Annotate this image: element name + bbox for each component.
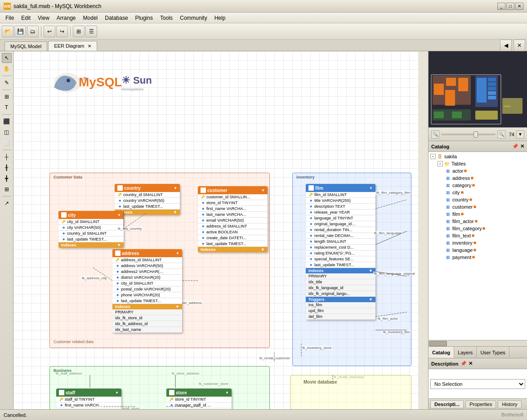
view-tool[interactable]: ◫ (2, 127, 12, 137)
close-button[interactable]: ✕ (515, 3, 523, 10)
minimize-button[interactable]: _ (497, 3, 505, 10)
table-payment-item[interactable]: ▦ payment (429, 254, 527, 261)
staff-collapse-icon[interactable]: ▼ (115, 391, 119, 395)
zoom-thumb[interactable] (473, 131, 478, 138)
table-inventory-item[interactable]: ▦ inventory (429, 239, 527, 246)
relation-n-n-tool[interactable]: ╋ (2, 174, 12, 183)
tab-nav-left[interactable]: ◀ (500, 40, 512, 51)
table-city-item[interactable]: ▦ city (429, 189, 527, 196)
group-tool[interactable]: ⬜ (2, 138, 12, 148)
catalog-close-button[interactable]: ✕ (520, 143, 524, 149)
db-icon: 🗄 (437, 153, 443, 160)
open-button[interactable]: 📂 (2, 26, 13, 37)
menu-edit[interactable]: Edit (18, 14, 34, 22)
table-film-item[interactable]: ▦ film (429, 210, 527, 218)
menu-arrange[interactable]: Arrange (53, 14, 80, 22)
minimap-content: sakila (429, 51, 527, 127)
store-table[interactable]: ▦ store ▼ 🔑 store_id TINYINT ◆ manager_s… (166, 389, 232, 409)
catalog-hscroll[interactable] (429, 340, 527, 346)
select-tool-button[interactable]: ⊞ (73, 26, 85, 37)
redo-button[interactable]: ↪ (56, 26, 68, 37)
hand-pan-tool[interactable]: ✋ (2, 64, 12, 74)
svg-rect-28 (458, 78, 468, 91)
svg-point-1 (67, 79, 70, 82)
store-collapse-icon[interactable]: ▼ (225, 391, 229, 395)
table-address-item[interactable]: ▦ address (429, 174, 527, 182)
db-sakila-expand[interactable]: − (430, 154, 436, 159)
canvas-scroll[interactable]: MySQL ® ☀ Sun microsystems Customer Data… (13, 51, 428, 409)
undo-button[interactable]: ↩ (44, 26, 55, 37)
table-film-category-item[interactable]: ▦ film_category (429, 225, 527, 232)
table-film-text-item[interactable]: ▦ film_text (429, 232, 527, 239)
menu-view[interactable]: View (34, 14, 53, 22)
menubar: File Edit View Arrange Model Database Pl… (0, 13, 527, 23)
description-select[interactable]: No Selection (430, 379, 525, 389)
tab-mysql-model[interactable]: MySQL Model (4, 41, 47, 51)
country-collapse-icon[interactable]: ▼ (174, 186, 177, 190)
film-field-year: ◆ release_year YEAR (306, 210, 375, 215)
city-collapse-icon[interactable]: ▼ (117, 213, 121, 217)
relation-non-id-tool[interactable]: ⊞ (2, 184, 12, 194)
catalog-pin-button[interactable]: 📌 (512, 143, 518, 149)
catalog-tab-layers[interactable]: Layers (454, 347, 477, 358)
table-film-actor-item[interactable]: ▦ film_actor (429, 218, 527, 225)
save-all-button[interactable]: 🗂 (27, 26, 39, 37)
relation-1-1-tool[interactable]: ┼ (2, 152, 12, 162)
connect-tool[interactable]: ↗ (2, 198, 12, 208)
customer-group-label: Customer Data (54, 175, 82, 179)
catalog-tab-user-types[interactable]: User Types (477, 347, 509, 358)
tab-eer-diagram[interactable]: EER Diagram ✕ (48, 41, 97, 51)
menu-database[interactable]: Database (101, 14, 131, 22)
menu-model[interactable]: Model (80, 14, 102, 22)
table-category-item[interactable]: ▦ category (429, 182, 527, 189)
maximize-button[interactable]: □ (506, 3, 514, 10)
minimap[interactable]: sakila (429, 51, 527, 128)
tab-bar: MySQL Model EER Diagram ✕ ◀ ✕ (0, 40, 527, 51)
text-tool[interactable]: T (2, 103, 12, 112)
hand-tool-button[interactable]: ☰ (85, 26, 97, 37)
table-actor-item[interactable]: ▦ actor (429, 167, 527, 174)
table-customer-item[interactable]: ▦ customer (429, 203, 527, 210)
table-language-item[interactable]: ▦ language (429, 246, 527, 254)
save-button[interactable]: 💾 (14, 26, 26, 37)
staff-field-fname: ◆ first_name VARCH... (56, 402, 121, 408)
zoom-out-button[interactable]: 🔍 (431, 130, 439, 139)
description-pin-button[interactable]: 📌 (460, 361, 467, 366)
zoom-in-button[interactable]: 🔍 (497, 130, 505, 139)
zoom-dropdown-button[interactable]: ▼ (516, 130, 524, 139)
arrow-tool[interactable]: ↖ (2, 53, 12, 63)
customer-table[interactable]: ▦ customer ▼ 🔑 customer_id SMALLIN... ◆ … (198, 186, 268, 252)
staff-table[interactable]: ▦ staff ▼ 🔑 staff_id TINYINT ◆ first_nam… (56, 389, 121, 409)
table-country-item[interactable]: ▦ country (429, 196, 527, 203)
menu-community[interactable]: Community (176, 14, 211, 22)
tables-folder-item[interactable]: − 📁 Tables (429, 160, 527, 167)
catalog-tree[interactable]: − 🗄 sakila − 📁 Tables ▦ actor ▦ (429, 152, 527, 340)
zoom-slider[interactable] (441, 134, 496, 135)
description-close-button[interactable]: ✕ (469, 361, 473, 366)
eraser-tool[interactable]: ✎ (2, 78, 12, 88)
relation-1-n-tool[interactable]: ╂ (2, 163, 12, 173)
catalog-tab-catalog[interactable]: Catalog (429, 347, 454, 358)
tables-folder-expand[interactable]: − (438, 161, 443, 166)
bottom-tab-history[interactable]: History (498, 400, 521, 408)
menu-tools[interactable]: Tools (156, 14, 176, 22)
bottom-tab-description[interactable]: Descripti... (430, 400, 464, 408)
country-table[interactable]: ▦ country ▼ 🔑 country_id SMALLINT ◆ coun… (115, 184, 180, 215)
canvas-area[interactable]: MySQL ® ☀ Sun microsystems Customer Data… (13, 51, 428, 409)
catalog-hscroll-thumb[interactable] (429, 341, 447, 346)
customer-collapse-icon[interactable]: ▼ (261, 188, 265, 192)
film-table[interactable]: ▦ film ▼ 🔑 film_id SMALLINT ◆ title VARC… (306, 184, 375, 320)
zoom-tool[interactable]: ⊞ (2, 92, 12, 102)
city-table[interactable]: ▦ city ▼ 🔑 city_id SMALLINT ◆ city VARCH… (58, 211, 124, 248)
menu-help[interactable]: Help (211, 14, 229, 22)
tab-close-icon[interactable]: ✕ (88, 44, 91, 49)
address-collapse-icon[interactable]: ▼ (176, 251, 179, 255)
bottom-tab-properties[interactable]: Properties (465, 400, 496, 408)
tab-nav-right[interactable]: ✕ (514, 40, 525, 51)
menu-plugins[interactable]: Plugins (132, 14, 156, 22)
film-collapse-icon[interactable]: ▼ (369, 186, 373, 190)
db-sakila-item[interactable]: − 🗄 sakila (429, 153, 527, 160)
table-tool[interactable]: ⬛ (2, 116, 12, 126)
menu-file[interactable]: File (2, 14, 18, 22)
address-table[interactable]: ▦ address ▼ 🔑 address_id SMALLINT ◆ addr… (112, 249, 182, 333)
